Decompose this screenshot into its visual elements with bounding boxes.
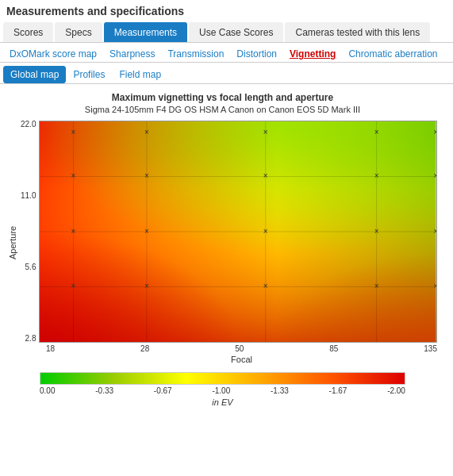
svg-text:×: ×	[374, 227, 379, 236]
chart-inner: 22.0 11.0 5.6 2.8	[21, 121, 437, 364]
legend-label-6: -2.00	[387, 386, 405, 395]
sub-tab-distortion[interactable]: Distortion	[230, 46, 283, 62]
chart-container: Aperture 22.0 11.0 5.6 2.8	[8, 121, 437, 364]
svg-text:×: ×	[434, 227, 436, 236]
sub-tab-vignetting[interactable]: Vignetting	[283, 46, 342, 62]
legend-bar	[40, 372, 405, 385]
heatmap-svg: × × × × × × × × × × × × ×	[40, 121, 436, 342]
svg-text:×: ×	[144, 128, 149, 136]
svg-text:×: ×	[434, 171, 436, 180]
sub-tab-bar: DxOMark score map Sharpness Transmission…	[0, 43, 453, 63]
legend-label-0: 0.00	[40, 386, 55, 395]
x-tick-50: 50	[235, 344, 244, 353]
x-tick-18: 18	[46, 344, 55, 353]
tab-cameras-tested[interactable]: Cameras tested with this lens	[285, 22, 430, 42]
svg-text:×: ×	[144, 227, 149, 236]
sub-tab-transmission[interactable]: Transmission	[161, 46, 230, 62]
x-axis-label: Focal	[46, 355, 437, 364]
svg-text:×: ×	[374, 282, 379, 290]
y-tick-56: 5.6	[25, 263, 36, 271]
y-ticks-and-plot: 22.0 11.0 5.6 2.8	[21, 121, 437, 343]
svg-text:×: ×	[263, 171, 268, 180]
sub-tab-dxomark[interactable]: DxOMark score map	[3, 46, 103, 62]
chart-area: Maximum vignetting vs focal length and a…	[0, 84, 453, 415]
svg-text:×: ×	[263, 227, 268, 236]
sub-tab2-global-map[interactable]: Global map	[3, 66, 66, 83]
sub-tab2-bar: Global map Profiles Field map	[0, 63, 453, 84]
tab-measurements[interactable]: Measurements	[104, 22, 187, 42]
y-ticks: 22.0 11.0 5.6 2.8	[21, 121, 39, 343]
svg-text:×: ×	[71, 227, 76, 236]
y-tick-28: 2.8	[25, 335, 36, 343]
legend-label-1: -0.33	[95, 386, 113, 395]
svg-text:×: ×	[71, 128, 76, 136]
sub-tab2-field-map[interactable]: Field map	[112, 66, 168, 83]
x-ticks: 18 28 50 85 135	[46, 343, 437, 353]
y-tick-11: 11.0	[21, 192, 36, 200]
legend-label-4: -1.33	[271, 386, 289, 395]
sub-tab-chromatic[interactable]: Chromatic aberration	[342, 46, 443, 62]
svg-text:×: ×	[263, 282, 268, 290]
page-title: Measurements and specifications	[0, 0, 453, 22]
y-axis-label: Aperture	[8, 121, 17, 364]
chart-title: Maximum vignetting vs focal length and a…	[8, 92, 437, 103]
legend-unit: in EV	[212, 397, 232, 407]
main-tab-bar: Scores Specs Measurements Use Case Score…	[0, 22, 453, 43]
legend-label-3: -1.00	[212, 386, 230, 395]
svg-text:×: ×	[434, 128, 436, 136]
legend-label-5: -1.67	[329, 386, 347, 395]
legend-scale	[40, 372, 405, 385]
svg-text:×: ×	[374, 171, 379, 180]
legend-area: 0.00 -0.33 -0.67 -1.00 -1.33 -1.67 -2.00…	[8, 372, 437, 407]
chart-subtitle: Sigma 24-105mm F4 DG OS HSM A Canon on C…	[8, 105, 437, 114]
x-tick-135: 135	[424, 344, 437, 353]
legend-labels: 0.00 -0.33 -0.67 -1.00 -1.33 -1.67 -2.00	[40, 386, 405, 395]
y-tick-22: 22.0	[21, 121, 36, 129]
plot-area: × × × × × × × × × × × × ×	[39, 121, 437, 343]
svg-text:×: ×	[71, 282, 76, 290]
svg-text:×: ×	[374, 128, 379, 136]
legend-label-2: -0.67	[154, 386, 172, 395]
svg-text:×: ×	[263, 128, 268, 136]
svg-text:×: ×	[71, 171, 76, 180]
sub-tab2-profiles[interactable]: Profiles	[66, 66, 112, 83]
tab-scores[interactable]: Scores	[3, 22, 53, 42]
x-tick-85: 85	[329, 344, 338, 353]
x-tick-28: 28	[140, 344, 149, 353]
tab-use-case-scores[interactable]: Use Case Scores	[189, 22, 283, 42]
tab-specs[interactable]: Specs	[55, 22, 102, 42]
svg-text:×: ×	[144, 171, 149, 180]
sub-tab-sharpness[interactable]: Sharpness	[103, 46, 161, 62]
svg-text:×: ×	[434, 282, 436, 290]
svg-text:×: ×	[144, 282, 149, 290]
